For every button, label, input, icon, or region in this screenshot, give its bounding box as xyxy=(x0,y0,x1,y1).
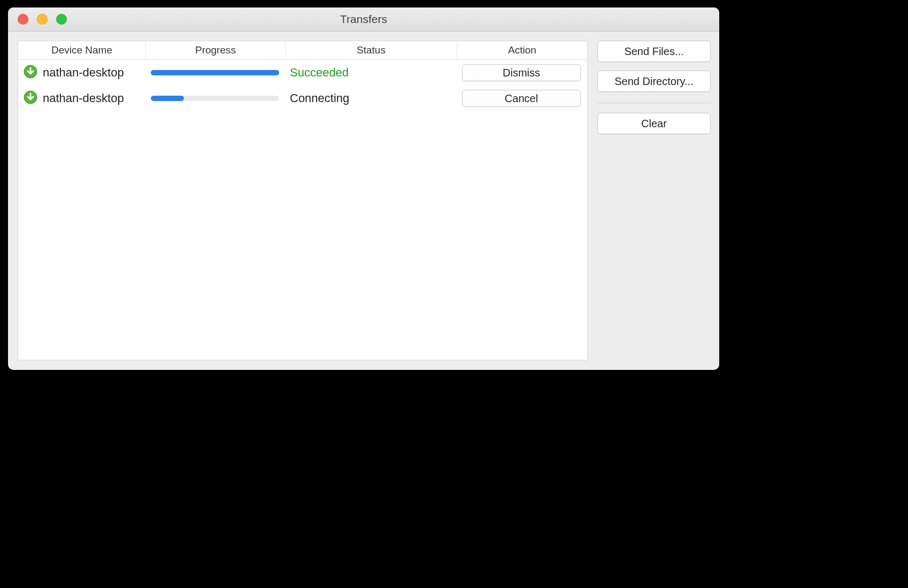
table-row[interactable]: nathan-desktop Succeeded Dismiss xyxy=(18,60,587,86)
table-body: nathan-desktop Succeeded Dismiss xyxy=(18,60,587,360)
cancel-button[interactable]: Cancel xyxy=(462,90,581,107)
download-arrow-icon xyxy=(24,90,37,107)
device-name-label: nathan-desktop xyxy=(43,91,124,105)
download-arrow-icon xyxy=(24,65,37,81)
device-cell: nathan-desktop xyxy=(18,90,145,107)
device-cell: nathan-desktop xyxy=(18,65,145,81)
progress-bar xyxy=(151,96,279,101)
close-window-button[interactable] xyxy=(18,14,28,25)
dismiss-button[interactable]: Dismiss xyxy=(462,64,581,81)
action-cell: Cancel xyxy=(456,90,587,107)
column-header-status[interactable]: Status xyxy=(286,41,457,59)
fullscreen-window-button[interactable] xyxy=(56,14,67,25)
main-area: Device Name Progress Status Action xyxy=(8,31,595,370)
action-cell: Dismiss xyxy=(456,64,587,81)
progress-cell xyxy=(145,96,284,101)
device-name-label: nathan-desktop xyxy=(43,66,124,80)
send-directory-button[interactable]: Send Directory... xyxy=(597,71,711,92)
transfers-table: Device Name Progress Status Action xyxy=(18,41,588,360)
window-body: Device Name Progress Status Action xyxy=(8,31,719,370)
progress-bar xyxy=(151,70,279,75)
window-title: Transfers xyxy=(8,13,719,26)
column-header-device[interactable]: Device Name xyxy=(18,41,146,59)
table-row[interactable]: nathan-desktop Connecting Cancel xyxy=(18,86,587,111)
table-header: Device Name Progress Status Action xyxy=(18,41,587,60)
minimize-window-button[interactable] xyxy=(37,14,48,25)
progress-fill xyxy=(151,96,184,101)
sidepanel: Send Files... Send Directory... Clear xyxy=(595,31,719,370)
status-label: Succeeded xyxy=(284,66,456,80)
column-header-action[interactable]: Action xyxy=(457,41,587,59)
transfers-window: Transfers Device Name Progress Status Ac… xyxy=(8,7,719,370)
progress-fill xyxy=(151,70,279,75)
traffic-lights xyxy=(8,14,67,25)
progress-cell xyxy=(145,70,284,75)
titlebar[interactable]: Transfers xyxy=(8,7,719,32)
send-files-button[interactable]: Send Files... xyxy=(597,41,711,62)
clear-button[interactable]: Clear xyxy=(597,113,711,134)
column-header-progress[interactable]: Progress xyxy=(146,41,286,59)
status-label: Connecting xyxy=(284,91,456,105)
sidepanel-divider xyxy=(597,103,711,103)
